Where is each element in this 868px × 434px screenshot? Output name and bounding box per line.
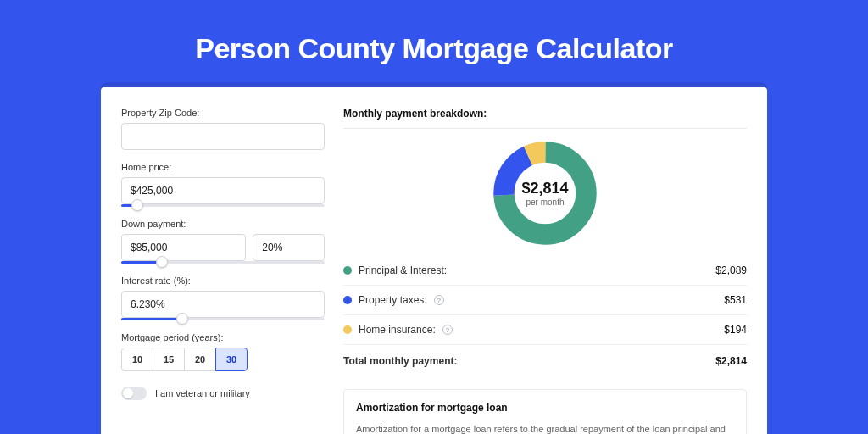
page-title: Person County Mortgage Calculator: [0, 0, 868, 82]
donut-chart-wrap: $2,814 per month: [343, 139, 747, 248]
period-field-block: Mortgage period (years): 10 15 20 30: [121, 332, 325, 371]
down-field-block: Down payment:: [121, 219, 325, 264]
legend-label-principal: Principal & Interest:: [359, 264, 447, 276]
legend-dot-taxes: [343, 296, 352, 304]
total-value: $2,814: [715, 355, 747, 367]
zip-input[interactable]: [121, 123, 325, 150]
calculator-card-shadow: Property Zip Code: Home price: Down paym…: [101, 82, 767, 434]
breakdown-title: Monthly payment breakdown:: [343, 108, 747, 129]
price-slider-thumb[interactable]: [131, 199, 143, 211]
rate-field-block: Interest rate (%):: [121, 275, 325, 320]
price-label: Home price:: [121, 162, 325, 172]
legend-row-principal: Principal & Interest: $2,089: [343, 256, 747, 286]
veteran-toggle-row: I am veteran or military: [121, 387, 325, 400]
inputs-column: Property Zip Code: Home price: Down paym…: [121, 108, 325, 434]
info-icon[interactable]: ?: [442, 325, 453, 335]
legend-row-insurance: Home insurance: ? $194: [343, 315, 747, 345]
donut-amount: $2,814: [521, 180, 568, 198]
total-label: Total monthly payment:: [343, 355, 457, 367]
price-input[interactable]: [121, 177, 325, 204]
amortization-text: Amortization for a mortgage loan refers …: [356, 422, 734, 434]
legend-value-principal: $2,089: [715, 264, 747, 276]
period-label: Mortgage period (years):: [121, 332, 325, 342]
price-field-block: Home price:: [121, 162, 325, 207]
down-label: Down payment:: [121, 219, 325, 229]
legend-row-total: Total monthly payment: $2,814: [343, 345, 747, 376]
legend-label-insurance: Home insurance:: [359, 324, 436, 336]
info-icon[interactable]: ?: [434, 295, 444, 305]
legend-dot-insurance: [343, 326, 352, 334]
donut-chart: $2,814 per month: [491, 139, 599, 248]
down-amount-input[interactable]: [121, 234, 246, 261]
period-button-group: 10 15 20 30: [121, 348, 325, 371]
rate-slider[interactable]: [121, 318, 325, 320]
down-slider[interactable]: [121, 261, 325, 264]
price-slider[interactable]: [121, 204, 325, 207]
breakdown-column: Monthly payment breakdown: $2,814 per mo…: [343, 108, 747, 434]
donut-center: $2,814 per month: [491, 139, 599, 248]
zip-label: Property Zip Code:: [121, 108, 325, 118]
donut-sub: per month: [526, 198, 564, 207]
amortization-card: Amortization for mortgage loan Amortizat…: [343, 389, 747, 434]
zip-field-block: Property Zip Code:: [121, 108, 325, 150]
period-option-10[interactable]: 10: [121, 348, 153, 371]
rate-label: Interest rate (%):: [121, 275, 325, 286]
legend-row-taxes: Property taxes: ? $531: [343, 286, 747, 315]
legend-label-taxes: Property taxes:: [359, 294, 427, 306]
legend-value-insurance: $194: [724, 324, 747, 336]
down-percent-input[interactable]: [253, 234, 325, 261]
period-option-30[interactable]: 30: [215, 348, 248, 371]
legend-dot-principal: [343, 266, 352, 275]
down-slider-thumb[interactable]: [156, 256, 168, 268]
period-option-15[interactable]: 15: [153, 348, 185, 371]
legend-value-taxes: $531: [724, 294, 747, 306]
period-option-20[interactable]: 20: [184, 348, 216, 371]
amortization-title: Amortization for mortgage loan: [356, 402, 734, 414]
rate-slider-thumb[interactable]: [176, 313, 188, 325]
veteran-toggle-label: I am veteran or military: [155, 388, 250, 398]
veteran-toggle[interactable]: [121, 387, 147, 400]
rate-input[interactable]: [121, 291, 325, 318]
calculator-card: Property Zip Code: Home price: Down paym…: [101, 87, 767, 434]
